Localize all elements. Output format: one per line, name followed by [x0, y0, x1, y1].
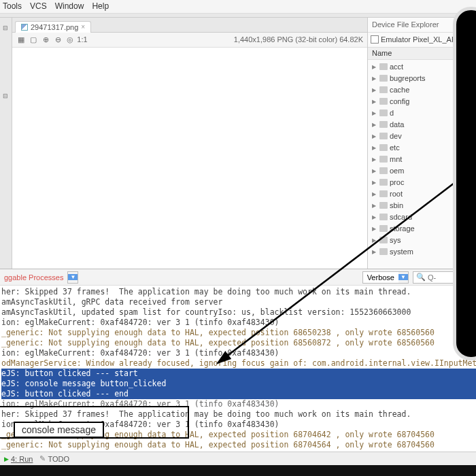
log-line: _generic: Not supplying enough data to H… — [1, 338, 435, 347]
expand-arrow-icon[interactable]: ▶ — [372, 133, 377, 139]
expand-arrow-icon[interactable]: ▶ — [372, 168, 377, 174]
log-level-dropdown[interactable]: Verbose ▼ — [362, 271, 409, 284]
folder-row[interactable]: ▶sbin — [368, 200, 476, 211]
search-icon: 🔍 — [416, 273, 426, 282]
expand-arrow-icon[interactable]: ▶ — [372, 180, 377, 186]
menu-vcs[interactable]: VCS — [30, 1, 47, 11]
expand-arrow-icon[interactable]: ▶ — [372, 156, 377, 163]
log-line: _generic: Not supplying enough data to H… — [1, 328, 435, 337]
expand-arrow-icon[interactable]: ▶ — [372, 64, 377, 70]
menu-tools[interactable]: Tools — [3, 1, 22, 11]
folder-icon — [379, 237, 388, 243]
main-area: ⊟ ⊟ 29471317.png × ▦ ▢ ⊕ ⊖ ◎ 1:1 1,440x1… — [0, 18, 476, 269]
expand-arrow-icon[interactable]: ▶ — [372, 75, 377, 82]
chevron-down-icon[interactable]: ▼ — [398, 274, 408, 280]
folder-icon — [379, 75, 388, 82]
folder-name: sbin — [390, 201, 403, 209]
device-file-tree[interactable]: ▶acct▶bugreports▶cache▶config▶d▶data▶dev… — [368, 60, 476, 269]
editor-column: 29471317.png × ▦ ▢ ⊕ ⊖ ◎ 1:1 1,440x1,986… — [12, 18, 367, 269]
editor-tab[interactable]: 29471317.png × — [15, 21, 91, 33]
folder-name: bugreports — [390, 74, 426, 82]
folder-icon — [379, 144, 388, 151]
folder-row[interactable]: ▶cache — [368, 84, 476, 96]
folder-icon — [379, 86, 388, 93]
zoom-actual-icon[interactable]: 1:1 — [78, 35, 87, 44]
folder-row[interactable]: ▶dev — [368, 131, 476, 142]
folder-name: acct — [390, 63, 403, 71]
expand-arrow-icon[interactable]: ▶ — [372, 237, 377, 243]
folder-icon — [379, 190, 388, 197]
folder-name: root — [390, 190, 403, 198]
close-tab-icon[interactable]: × — [81, 23, 85, 31]
expand-arrow-icon[interactable]: ▶ — [372, 249, 377, 255]
zoom-in-icon[interactable]: ⊕ — [41, 35, 50, 44]
folder-row[interactable]: ▶proc — [368, 177, 476, 188]
folder-name: oem — [390, 167, 404, 175]
expand-arrow-icon[interactable]: ▶ — [372, 122, 377, 128]
expand-arrow-icon[interactable]: ▶ — [372, 226, 377, 232]
emulator-icon — [371, 35, 379, 44]
todo-tab[interactable]: ✎ TODO — [39, 454, 69, 463]
device-file-explorer-panel: Device File Explorer Emulator Pixel_XL_A… — [367, 18, 476, 269]
folder-row[interactable]: ▶storage — [368, 223, 476, 235]
expand-arrow-icon[interactable]: ▶ — [372, 203, 377, 209]
folder-icon — [379, 202, 388, 209]
menu-help[interactable]: Help — [92, 1, 109, 11]
folder-row[interactable]: ▶system — [368, 246, 476, 258]
log-line: ion: eglMakeCurrent: 0xaf484720: ver 3 1… — [1, 318, 279, 327]
tree-header-name[interactable]: Name — [368, 48, 476, 60]
image-canvas[interactable] — [12, 48, 367, 269]
status-bar — [0, 465, 476, 476]
todo-icon: ✎ — [39, 454, 46, 463]
folder-icon — [379, 109, 388, 116]
folder-row[interactable]: ▶sdcard — [368, 211, 476, 223]
folder-icon — [379, 156, 388, 163]
process-filter-dropdown[interactable]: ▼ — [67, 271, 78, 284]
folder-row[interactable]: ▶sys — [368, 235, 476, 246]
emulator-selector[interactable]: Emulator Pixel_XL_API_25 — [368, 33, 476, 48]
gutter-handle-icon[interactable]: ⊟ — [3, 24, 10, 31]
chevron-down-icon[interactable]: ▼ — [68, 274, 78, 280]
folder-row[interactable]: ▶etc — [368, 142, 476, 154]
folder-row[interactable]: ▶d — [368, 107, 476, 119]
folder-icon — [379, 179, 388, 186]
folder-name: proc — [390, 178, 404, 186]
log-line: ion: eglMakeCurrent: 0xaf484720: ver 3 1… — [1, 348, 279, 358]
folder-name: etc — [390, 143, 400, 152]
log-search-input[interactable] — [428, 273, 469, 282]
left-gutter: ⊟ ⊟ — [0, 18, 12, 269]
folder-name: mnt — [390, 155, 402, 163]
folder-row[interactable]: ▶data — [368, 119, 476, 131]
folder-icon — [379, 133, 388, 139]
folder-icon — [379, 63, 388, 70]
folder-row[interactable]: ▶oem — [368, 165, 476, 177]
grid-icon[interactable]: ▦ — [16, 35, 26, 44]
expand-arrow-icon[interactable]: ▶ — [372, 87, 377, 93]
expand-arrow-icon[interactable]: ▶ — [372, 145, 377, 151]
folder-name: cache — [390, 86, 409, 94]
folder-row[interactable]: ▶root — [368, 188, 476, 200]
zoom-fit-icon[interactable]: ◎ — [65, 35, 75, 44]
folder-icon — [379, 214, 388, 220]
log-line: odManagerService: Window already focused… — [1, 358, 476, 368]
process-filter-label: ggable Processes — [4, 273, 63, 282]
folder-row[interactable]: ▶config — [368, 96, 476, 107]
box-icon[interactable]: ▢ — [29, 35, 38, 44]
expand-arrow-icon[interactable]: ▶ — [372, 110, 377, 116]
gutter-handle-icon[interactable]: ⊟ — [3, 92, 10, 99]
log-line: eJS: button clicked --- end — [1, 389, 476, 399]
log-line: ion: eglMakeCurrent: 0xaf484720: ver 3 1… — [1, 399, 279, 409]
image-file-icon — [21, 24, 28, 31]
folder-row[interactable]: ▶bugreports — [368, 73, 476, 84]
image-info-label: 1,440x1,986 PNG (32-bit color) 64.82K — [234, 35, 363, 44]
folder-name: d — [390, 109, 394, 117]
folder-row[interactable]: ▶mnt — [368, 154, 476, 165]
run-tab[interactable]: ▶ 4: Run — [4, 455, 33, 463]
expand-arrow-icon[interactable]: ▶ — [372, 99, 377, 105]
zoom-out-icon[interactable]: ⊖ — [53, 35, 63, 44]
folder-row[interactable]: ▶acct — [368, 61, 476, 73]
expand-arrow-icon[interactable]: ▶ — [372, 214, 377, 220]
menu-window[interactable]: Window — [55, 1, 84, 11]
log-search-box[interactable]: 🔍 — [413, 271, 472, 284]
expand-arrow-icon[interactable]: ▶ — [372, 191, 377, 197]
